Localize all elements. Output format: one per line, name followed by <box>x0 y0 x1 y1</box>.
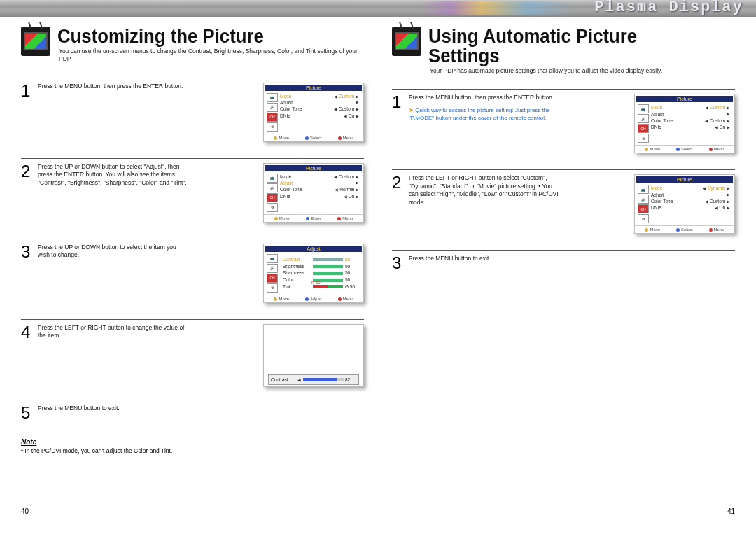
page-title: Customizing the Picture <box>57 27 340 46</box>
step-number: 1 <box>21 83 34 155</box>
osd-screenshot: Picture 📺🔊CH⚙ Mode◀ Dynamic ▶ Adjust▶ Co… <box>634 174 735 234</box>
step-text: Press the LEFT or RIGHT button to change… <box>38 324 192 397</box>
step: 4 Press the LEFT or RIGHT button to chan… <box>21 319 364 397</box>
note-body: • In the PC/DVI mode, you can't adjust t… <box>21 447 364 454</box>
page-number: 41 <box>727 507 735 515</box>
step: 2 Press the UP or DOWN button to select … <box>21 158 364 236</box>
page-number: 40 <box>21 507 29 515</box>
osd-screenshot: Contrast◀82 <box>263 324 364 387</box>
step-text: Press the UP or DOWN button to select "A… <box>38 163 192 236</box>
osd-screenshot: Adjust 📺🔊CH⚙ Contrast80 Brightness50 Sha… <box>263 244 364 303</box>
step: 2 Press the LEFT or RIGHT button to sele… <box>392 169 735 247</box>
page-intro: You can use the on-screen menus to chang… <box>59 48 364 64</box>
header-bar: Plasma Display <box>0 0 756 17</box>
step-number: 2 <box>392 174 405 247</box>
step-text: Press the MENU button, then press the EN… <box>38 83 192 155</box>
osd-screenshot: Picture 📺🔊CH⚙ Mode◀ Custom ▶ Adjust▶ Col… <box>263 83 364 142</box>
step-text: Press the MENU button to exit. <box>409 255 563 276</box>
step: 1 Press the MENU button, then press the … <box>392 89 735 167</box>
page-title: Using Automatic Picture Settings <box>428 27 710 66</box>
step-number: 4 <box>21 324 34 397</box>
step-number: 1 <box>392 94 405 167</box>
step-text: Press the MENU button, then press the EN… <box>409 94 563 167</box>
step-number: 2 <box>21 163 34 236</box>
step-text: Press the MENU button to exit. <box>38 405 192 426</box>
brand-accent <box>420 1 574 15</box>
step-number: 3 <box>21 244 34 316</box>
page-intro: Your PDP has automatic picture settings … <box>430 67 735 75</box>
step: 5 Press the MENU button to exit. <box>21 400 364 426</box>
step-text: Press the UP or DOWN button to select th… <box>38 244 192 316</box>
tv-icon <box>21 27 50 56</box>
brand-label: Plasma Display <box>594 0 743 16</box>
step-text: Press the LEFT or RIGHT button to select… <box>409 174 563 247</box>
note-title: Note <box>21 438 364 446</box>
page-right: Using Automatic Picture Settings Your PD… <box>378 17 756 519</box>
note-section: Note • In the PC/DVI mode, you can't adj… <box>21 438 364 454</box>
step: 1 Press the MENU button, then press the … <box>21 78 364 155</box>
tip-text: Quick way to access the picture setting:… <box>409 106 559 122</box>
step-number: 5 <box>21 405 34 426</box>
osd-screenshot: Picture 📺🔊CH⚙ Mode◀ Custom ▶ Adjust▶ Col… <box>634 94 735 153</box>
step: 3 Press the MENU button to exit. <box>392 250 735 276</box>
step: 3 Press the UP or DOWN button to select … <box>21 239 364 316</box>
osd-screenshot: Picture 📺🔊CH⚙ Mode◀ Custom ▶ Adjust▶ Col… <box>263 163 364 223</box>
tv-icon <box>392 27 421 56</box>
step-number: 3 <box>392 255 405 276</box>
page-left: Customizing the Picture You can use the … <box>0 17 378 519</box>
